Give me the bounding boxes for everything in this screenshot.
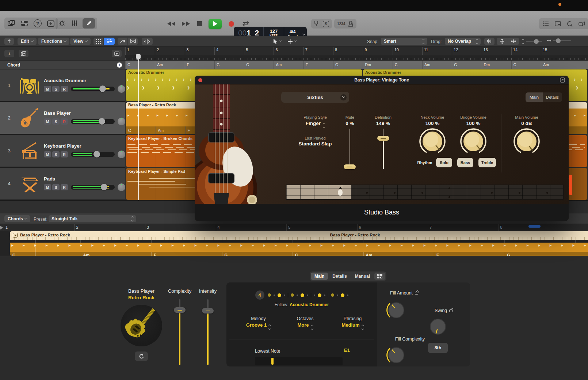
- record-enable-button[interactable]: R: [61, 184, 68, 190]
- duplicate-track-button[interactable]: [19, 50, 28, 57]
- mute-button[interactable]: M: [44, 118, 51, 125]
- add-track-button[interactable]: +: [4, 50, 14, 57]
- track-header-bass-player[interactable]: 2 Bass Player M S R: [0, 102, 125, 134]
- playhead-line[interactable]: [138, 60, 139, 200]
- preset-dropdown[interactable]: Straight Talk: [49, 215, 136, 222]
- horizontal-zoom-icon[interactable]: [508, 38, 519, 45]
- solo-button[interactable]: S: [52, 151, 60, 157]
- pattern-count-badge[interactable]: 4: [255, 290, 264, 300]
- chord-track-lane[interactable]: CAmFGCAmFGDmCAmGDmCAm: [125, 60, 588, 69]
- fretboard-display[interactable]: [286, 185, 564, 200]
- smart-controls-icon[interactable]: [58, 19, 66, 28]
- snap-dropdown[interactable]: Smart: [381, 38, 427, 45]
- editor-playhead[interactable]: [35, 231, 35, 256]
- pan-knob[interactable]: [118, 118, 125, 125]
- track-header-keyboard-player[interactable]: 3 Keyboard Player M S R: [0, 135, 125, 167]
- plugin-preset-dropdown[interactable]: Sixties: [281, 92, 349, 103]
- rewind-button[interactable]: [166, 21, 176, 26]
- lowest-note-slider[interactable]: [255, 357, 343, 365]
- tab-details[interactable]: Details: [329, 273, 350, 280]
- editor-scroll-indicator[interactable]: [528, 225, 541, 228]
- player-style-name[interactable]: Retro Rock: [110, 295, 173, 300]
- swing-rate-button[interactable]: 8th: [428, 343, 448, 353]
- record-enable-button[interactable]: R: [61, 151, 68, 157]
- octaves-selector[interactable]: Octaves More: [284, 316, 326, 330]
- track-name[interactable]: Acoustic Drummer: [44, 78, 125, 83]
- vertical-scrollbar-thumb[interactable]: [569, 175, 572, 195]
- lcd-dropdown-chevron-icon[interactable]: [301, 34, 307, 36]
- pattern-dots[interactable]: [268, 293, 348, 297]
- tab-manual[interactable]: Manual: [351, 273, 374, 280]
- mute-button[interactable]: M: [44, 86, 51, 92]
- horizontal-zoom-slider[interactable]: [547, 39, 571, 42]
- hide-inspector-icon[interactable]: [4, 38, 14, 45]
- count-in-button[interactable]: 1234: [337, 22, 345, 26]
- edit-menu[interactable]: Edit: [18, 38, 37, 45]
- play-button[interactable]: [209, 19, 222, 29]
- chord-cell[interactable]: Am: [422, 61, 452, 69]
- plugin-tab-main[interactable]: Main: [526, 92, 543, 102]
- track-header-pads[interactable]: 4 Pads M S R: [0, 168, 125, 200]
- plugin-link-icon[interactable]: [560, 77, 565, 83]
- help-icon[interactable]: ?: [34, 19, 42, 27]
- stop-button[interactable]: [195, 21, 204, 26]
- pan-knob[interactable]: [118, 151, 125, 158]
- vertical-zoom-icon[interactable]: [497, 38, 508, 45]
- mixer-icon[interactable]: [70, 19, 79, 28]
- view-menu[interactable]: View: [70, 38, 91, 45]
- fill-amount-knob[interactable]: [385, 299, 408, 322]
- phrasing-selector[interactable]: Phrasing Medium: [332, 316, 374, 330]
- chord-cell[interactable]: Am: [541, 61, 570, 69]
- pointer-tool-selector[interactable]: [273, 38, 282, 45]
- notepad-icon[interactable]: [555, 21, 561, 26]
- volume-slider[interactable]: [71, 152, 115, 157]
- chord-cell[interactable]: C: [125, 61, 155, 69]
- chord-cell[interactable]: C: [511, 61, 541, 69]
- plugin-close-button[interactable]: [198, 78, 202, 82]
- plugin-tab-details[interactable]: Details: [543, 92, 562, 102]
- chord-cell[interactable]: G: [214, 61, 244, 69]
- chord-cell[interactable]: Am: [274, 61, 303, 69]
- metronome-icon[interactable]: [348, 21, 354, 27]
- rhythm-button[interactable]: Rhythm: [416, 158, 434, 167]
- list-view-selected-icon[interactable]: [104, 38, 115, 45]
- region-play-icon[interactable]: [13, 233, 18, 238]
- media-browser-icon[interactable]: [579, 21, 585, 27]
- bridge-volume-knob[interactable]: [459, 128, 487, 155]
- bass-pickup-button[interactable]: Bass: [457, 158, 473, 167]
- pan-knob[interactable]: [118, 183, 125, 191]
- join-tool-icon[interactable]: [118, 38, 127, 45]
- solo-pickup-button[interactable]: Solo: [436, 158, 452, 167]
- chord-cell[interactable]: Dm: [482, 61, 511, 69]
- quick-controls-icon[interactable]: [20, 20, 28, 27]
- swing-knob[interactable]: [427, 316, 448, 337]
- treble-pickup-button[interactable]: Treble: [478, 158, 496, 167]
- mute-button[interactable]: M: [44, 151, 51, 157]
- refresh-style-button[interactable]: [135, 352, 148, 361]
- forward-button[interactable]: [181, 21, 191, 26]
- record-button[interactable]: [226, 21, 236, 27]
- pan-knob[interactable]: [118, 85, 125, 93]
- swing-lock-icon[interactable]: [449, 309, 453, 312]
- preset-grid-icon[interactable]: [374, 273, 385, 280]
- editor-chords-menu[interactable]: Chords: [4, 215, 30, 222]
- track-name[interactable]: Keyboard Player: [44, 143, 125, 149]
- follow-value[interactable]: Acoustic Drummer: [290, 302, 329, 307]
- chord-cell[interactable]: F: [185, 61, 214, 69]
- editor-ruler[interactable]: 12345678: [0, 224, 588, 231]
- chord-cell[interactable]: Am: [155, 61, 184, 69]
- record-enable-button[interactable]: R: [61, 118, 68, 125]
- loop-browser-icon[interactable]: [567, 21, 573, 27]
- crossfade-tool-icon[interactable]: [128, 38, 138, 45]
- editor-play-from-icon[interactable]: [0, 226, 3, 229]
- list-editors-icon[interactable]: [543, 21, 549, 26]
- neck-volume-knob[interactable]: [419, 128, 446, 155]
- chord-cell[interactable]: C: [244, 61, 274, 69]
- grid-view-icon[interactable]: [93, 38, 103, 45]
- player-avatar[interactable]: [121, 305, 162, 346]
- main-ruler-ticks[interactable]: [125, 55, 588, 60]
- playing-style-selector[interactable]: Finger: [288, 121, 343, 128]
- download-content-icon[interactable]: [47, 20, 55, 27]
- record-enable-button[interactable]: R: [61, 86, 68, 92]
- chord-cell[interactable]: F: [303, 61, 333, 69]
